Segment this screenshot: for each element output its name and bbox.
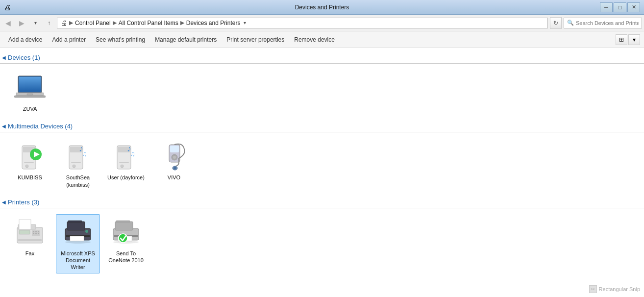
search-icon: 🔍 — [567, 20, 574, 26]
path-separator-2: ▶ — [113, 20, 117, 26]
user-dayforce-svg: ♪ ♫ — [110, 141, 142, 172]
laptop-svg — [14, 75, 46, 100]
window-title: Devices and Printers — [0, 4, 644, 11]
svg-rect-50 — [115, 222, 133, 230]
svg-rect-5 — [27, 94, 33, 95]
multimedia-grid: KUMBISS ♪ ♫ SouthSea (kumbiss) — [0, 136, 644, 197]
device-xps-icon — [62, 217, 94, 248]
multimedia-collapse-arrow: ◀ — [2, 124, 6, 129]
device-vivo[interactable]: VIVO — [152, 138, 196, 191]
add-device-button[interactable]: Add a device — [4, 34, 47, 46]
snip-icon: ✂ — [589, 285, 597, 293]
device-onenote-icon — [110, 217, 142, 248]
device-vivo-label: VIVO — [168, 174, 180, 181]
device-kumbiss-icon — [14, 141, 46, 172]
svg-rect-9 — [24, 162, 34, 163]
printers-section-header[interactable]: ◀ Printers (3) — [0, 197, 644, 208]
device-xps-label: Microsoft XPS Document Writer — [58, 250, 98, 271]
search-input[interactable] — [576, 20, 639, 26]
devices-section-header[interactable]: ◀ Devices (1) — [0, 52, 644, 64]
add-printer-button[interactable]: Add a printer — [48, 34, 90, 46]
svg-rect-15 — [71, 162, 81, 163]
device-fax-icon — [14, 217, 46, 248]
view-options-button[interactable]: ⊞ — [616, 34, 627, 45]
view-controls: ⊞ ▾ — [616, 34, 640, 45]
title-bar: 🖨 Devices and Printers ─ □ ✕ — [0, 0, 644, 15]
vivo-svg — [158, 141, 190, 172]
device-zuva[interactable]: ZUVA — [8, 70, 52, 115]
device-fax-label: Fax — [25, 250, 34, 257]
device-vivo-icon — [158, 141, 190, 172]
devices-collapse-arrow: ◀ — [2, 55, 6, 60]
svg-rect-34 — [33, 231, 34, 232]
device-user-dayforce-label: User (dayforce) — [107, 174, 145, 181]
svg-point-29 — [173, 167, 176, 170]
remove-device-button[interactable]: Remove device — [290, 34, 339, 46]
refresh-button[interactable]: ↻ — [550, 17, 562, 29]
device-southsea[interactable]: ♪ ♫ SouthSea (kumbiss) — [56, 138, 100, 191]
svg-point-47 — [85, 230, 88, 233]
device-zuva-label: ZUVA — [23, 105, 37, 112]
device-xps-writer[interactable]: Microsoft XPS Document Writer — [56, 214, 100, 273]
svg-rect-41 — [18, 239, 42, 241]
multimedia-section-title: Multimedia Devices (4) — [8, 123, 73, 130]
device-onenote-label: Send To OneNote 2010 — [108, 250, 144, 264]
svg-rect-37 — [33, 233, 34, 234]
svg-rect-38 — [35, 233, 37, 234]
device-onenote[interactable]: Send To OneNote 2010 — [104, 214, 148, 273]
up-button[interactable]: ↑ — [43, 17, 55, 29]
southsea-svg: ♪ ♫ — [62, 141, 94, 172]
view-dropdown-button[interactable]: ▾ — [628, 34, 640, 45]
devices-section-title: Devices (1) — [8, 54, 40, 61]
minimize-button[interactable]: ─ — [600, 2, 613, 12]
svg-rect-40 — [19, 230, 30, 234]
svg-point-48 — [65, 241, 91, 244]
forward-button[interactable]: ▶ — [16, 17, 27, 29]
device-southsea-label: SouthSea (kumbiss) — [66, 174, 90, 188]
path-control-panel[interactable]: Control Panel — [75, 20, 111, 26]
printers-section-title: Printers (3) — [8, 198, 39, 206]
device-fax[interactable]: Fax — [8, 214, 52, 273]
maximize-button[interactable]: □ — [614, 2, 626, 12]
snip-label: Rectangular Snip — [599, 286, 640, 292]
address-path: 🖨 ▶ Control Panel ▶ All Control Panel It… — [57, 18, 548, 28]
device-user-dayforce[interactable]: ♪ ♫ User (dayforce) — [104, 138, 148, 191]
svg-rect-46 — [70, 236, 84, 241]
dropdown-button[interactable]: ▾ — [29, 17, 41, 29]
manage-printers-button[interactable]: Manage default printers — [150, 34, 221, 46]
multimedia-section-header[interactable]: ◀ Multimedia Devices (4) — [0, 121, 644, 132]
printers-grid: Fax — [0, 212, 644, 279]
svg-rect-32 — [19, 220, 31, 229]
svg-rect-39 — [38, 233, 39, 234]
svg-rect-25 — [170, 146, 179, 152]
svg-rect-43 — [67, 222, 85, 230]
svg-rect-51 — [116, 221, 130, 223]
svg-point-27 — [173, 156, 176, 159]
svg-point-8 — [25, 165, 28, 168]
path-separator-1: ▶ — [69, 20, 73, 26]
device-user-dayforce-icon: ♪ ♫ — [110, 141, 142, 172]
svg-rect-36 — [38, 231, 39, 232]
svg-text:♫: ♫ — [130, 150, 135, 158]
xps-svg — [62, 218, 94, 247]
svg-rect-21 — [119, 162, 129, 163]
see-printing-button[interactable]: See what's printing — [91, 34, 149, 46]
search-box[interactable]: 🔍 — [564, 18, 642, 28]
path-dropdown-arrow[interactable]: ▾ — [243, 19, 247, 26]
onenote-svg — [110, 218, 142, 247]
close-button[interactable]: ✕ — [627, 2, 640, 12]
print-server-button[interactable]: Print server properties — [222, 34, 289, 46]
window-controls: ─ □ ✕ — [600, 2, 640, 12]
svg-text:♫: ♫ — [82, 150, 87, 158]
svg-rect-44 — [68, 221, 82, 223]
back-button[interactable]: ◀ — [2, 17, 14, 29]
svg-rect-2 — [19, 77, 41, 92]
path-all-items[interactable]: All Control Panel Items — [119, 20, 178, 26]
svg-rect-4 — [14, 96, 46, 98]
device-kumbiss-label: KUMBISS — [18, 174, 42, 181]
path-current[interactable]: Devices and Printers — [186, 20, 241, 26]
device-kumbiss[interactable]: KUMBISS — [8, 138, 52, 191]
device-zuva-icon — [14, 72, 46, 103]
svg-rect-35 — [35, 231, 37, 232]
path-separator-3: ▶ — [180, 20, 184, 26]
